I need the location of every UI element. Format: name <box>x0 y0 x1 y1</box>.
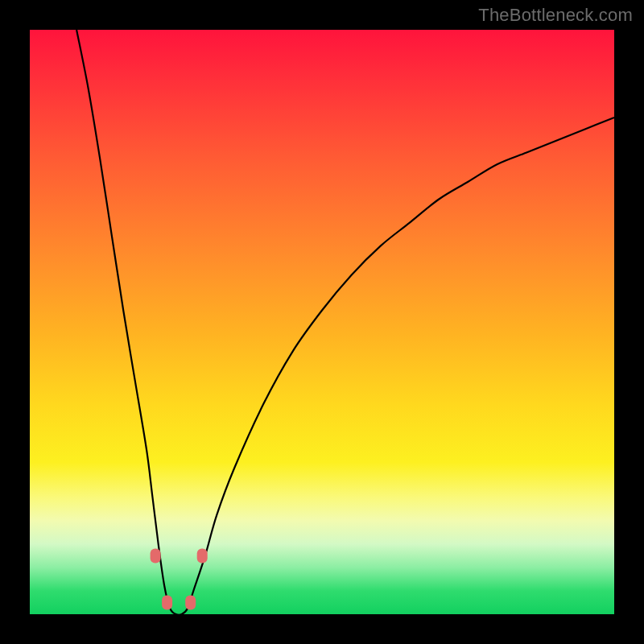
curve-marker <box>151 548 161 563</box>
plot-area <box>30 30 614 614</box>
curve-marker <box>185 596 196 610</box>
curve-marker <box>162 596 172 610</box>
watermark-text: TheBottleneck.com <box>478 5 633 26</box>
curve-marker <box>197 548 208 563</box>
chart-frame: TheBottleneck.com <box>0 0 644 644</box>
curve-svg <box>30 30 614 614</box>
bottleneck-curve <box>76 30 614 615</box>
curve-markers <box>151 548 208 609</box>
